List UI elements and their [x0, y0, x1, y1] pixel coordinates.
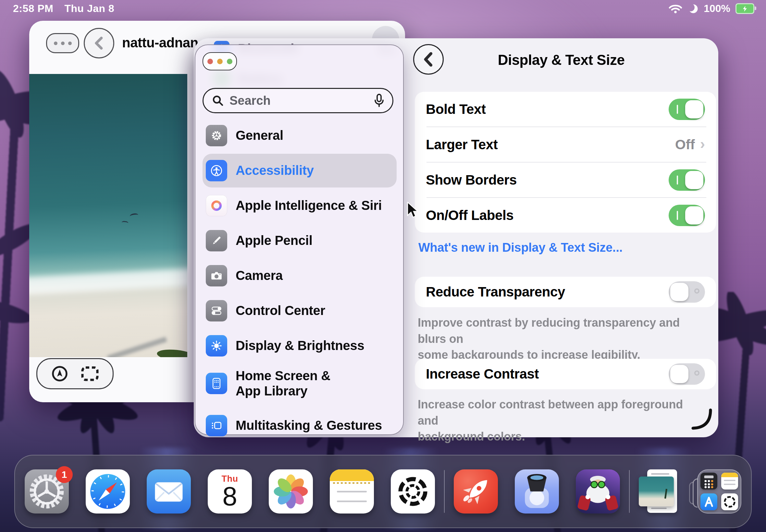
- dock-app-safari[interactable]: [86, 469, 130, 514]
- search-placeholder: Search: [229, 94, 368, 108]
- setting-row-increase-contrast: Increase Contrast: [415, 359, 716, 389]
- palm-frond: [150, 324, 187, 357]
- calendar-day: 8: [208, 481, 252, 512]
- search-field[interactable]: Search: [202, 88, 394, 113]
- increase-contrast-description: Increase color contrast between app fore…: [418, 396, 703, 445]
- mail-envelope-icon: [147, 469, 191, 514]
- onoff-labels-toggle[interactable]: [669, 205, 705, 226]
- sidebar-item-apple-pencil[interactable]: Apple Pencil: [202, 224, 397, 258]
- dock-app-fortnite[interactable]: FORTNITE: [576, 469, 620, 514]
- close-dot-icon[interactable]: [207, 59, 213, 64]
- app-store-mini-icon: [700, 493, 717, 510]
- notes-icon: [330, 469, 374, 514]
- pencil-icon: [206, 230, 227, 251]
- photos-back-button[interactable]: [84, 28, 114, 58]
- calculator-mini-icon: [700, 473, 717, 490]
- navigate-arrow-icon[interactable]: [51, 365, 68, 382]
- photos-toolbar: [36, 358, 114, 389]
- bold-text-label: Bold Text: [426, 102, 486, 117]
- microphone-icon[interactable]: [374, 94, 384, 107]
- accessibility-icon: [206, 160, 227, 181]
- show-borders-toggle[interactable]: [669, 169, 705, 191]
- recent-photo-thumbnail: [639, 477, 674, 506]
- bird-silhouette: [121, 221, 128, 225]
- resize-handle[interactable]: [688, 405, 714, 431]
- dock-app-calendar[interactable]: Thu 8: [208, 469, 252, 514]
- notes-mini-icon: [721, 473, 738, 490]
- dock-app-magnifier[interactable]: [515, 469, 559, 514]
- multitasking-icon: [206, 415, 227, 436]
- gear-icon: [206, 125, 227, 146]
- photos-flower-icon: [269, 469, 313, 514]
- chevron-left-icon: [92, 36, 105, 50]
- sidebar-item-camera[interactable]: Camera: [202, 259, 397, 293]
- dock-divider: [444, 470, 445, 513]
- increase-contrast-group: Increase Contrast: [415, 359, 716, 389]
- larger-text-label: Larger Text: [426, 137, 498, 152]
- sidebar-item-display-brightness[interactable]: Display & Brightness: [202, 329, 397, 363]
- increase-contrast-toggle[interactable]: [669, 363, 705, 385]
- zoom-dot-icon[interactable]: [227, 59, 232, 64]
- sidebar-item-accessibility[interactable]: Accessibility: [202, 154, 397, 187]
- dock-recent-items[interactable]: [639, 469, 683, 514]
- sidebar-item-apple-intelligence[interactable]: Apple Intelligence & Siri: [202, 189, 397, 223]
- show-borders-label: Show Borders: [426, 172, 517, 188]
- dock-app-photos[interactable]: [269, 469, 313, 514]
- moon-focus-icon: [687, 3, 699, 14]
- reduce-transparency-label: Reduce Transparency: [426, 284, 565, 300]
- selection-dashed-icon[interactable]: [81, 366, 99, 381]
- rocket-icon: [454, 469, 498, 514]
- apple-intelligence-icon: [206, 195, 227, 216]
- chatgpt-mini-icon: [721, 493, 738, 510]
- stack-indicator: [689, 482, 693, 504]
- loupe-icon: [515, 469, 559, 514]
- status-date: Thu Jan 8: [64, 3, 114, 15]
- dock-recents-group: [639, 469, 741, 514]
- dock-app-library[interactable]: [697, 469, 741, 514]
- minimize-dot-icon[interactable]: [217, 59, 223, 64]
- ipad-screen: 2:58 PM Thu Jan 8 100%: [0, 0, 766, 532]
- control-center-icon: [206, 300, 227, 321]
- bold-text-toggle[interactable]: [669, 99, 705, 120]
- whats-new-link[interactable]: What's new in Display & Text Size...: [419, 241, 623, 255]
- fortnite-santa-icon: [576, 469, 620, 514]
- sidebar-item-multitasking[interactable]: Multitasking & Gestures: [202, 409, 397, 442]
- window-controls[interactable]: [202, 52, 237, 70]
- beach-photo: [29, 74, 187, 357]
- setting-row-onoff-labels: On/Off Labels: [415, 198, 716, 233]
- onoff-labels-label: On/Off Labels: [426, 208, 514, 223]
- dock-app-mail[interactable]: [147, 469, 191, 514]
- dock-app-rocket[interactable]: [454, 469, 498, 514]
- settings-window: Bluetooth On Battery Display & Text Size…: [194, 38, 718, 437]
- sidebar-item-general[interactable]: General: [202, 119, 397, 152]
- window-options-button[interactable]: [46, 33, 79, 53]
- dock-main-apps: 1: [25, 469, 435, 514]
- stack-indicator: [693, 478, 698, 508]
- battery-charging-icon: [736, 3, 754, 14]
- notification-badge: 1: [56, 466, 73, 483]
- status-time: 2:58 PM: [13, 3, 53, 15]
- detail-title: Display & Text Size: [404, 52, 718, 68]
- dock-app-notes[interactable]: [330, 469, 374, 514]
- increase-contrast-label: Increase Contrast: [426, 366, 539, 382]
- dock: 1: [14, 455, 752, 528]
- wifi-icon: [669, 4, 682, 14]
- dock-suggested-apps: FORTNITE: [454, 469, 620, 514]
- wave-foam: [29, 268, 187, 295]
- reduce-transparency-group: Reduce Transparency: [415, 277, 716, 307]
- chatgpt-knot-icon: [391, 469, 435, 514]
- sidebar-item-home-screen[interactable]: Home Screen & App Library: [202, 359, 397, 408]
- reduce-transparency-description: Improve contrast by reducing transparenc…: [418, 315, 703, 363]
- dock-app-settings[interactable]: 1: [25, 469, 69, 514]
- mouse-cursor: [407, 202, 421, 220]
- chevron-right-icon: ›: [700, 136, 705, 151]
- reduce-transparency-toggle[interactable]: [669, 281, 705, 303]
- sidebar-item-control-center[interactable]: Control Center: [202, 294, 397, 328]
- setting-row-show-borders: Show Borders: [415, 163, 716, 197]
- display-settings-group: Bold Text Larger Text Off › Show Borders…: [415, 92, 716, 233]
- status-bar: 2:58 PM Thu Jan 8 100%: [0, 0, 766, 16]
- dock-app-chatgpt[interactable]: [391, 469, 435, 514]
- setting-row-larger-text[interactable]: Larger Text Off ›: [415, 127, 716, 162]
- battery-percent: 100%: [704, 3, 730, 15]
- search-icon: [212, 95, 224, 106]
